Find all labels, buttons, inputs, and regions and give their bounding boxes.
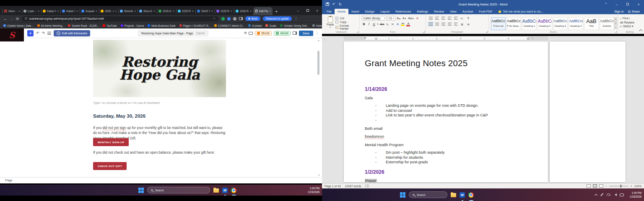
style-heading-4[interactable]: AaBbCcDdHeading 4 xyxy=(569,17,583,30)
tab-close-icon[interactable]: × xyxy=(18,10,20,13)
bookmark-item[interactable]: Charter Home | Sale... xyxy=(3,24,34,27)
maximize-button[interactable] xyxy=(303,6,312,15)
align-left-button[interactable] xyxy=(428,22,433,26)
browser-tab[interactable]: MInbox - ...× xyxy=(3,7,22,15)
edit-with-elementor-button[interactable]: ≡Edit with Elementor xyxy=(54,30,90,36)
copy-button[interactable]: Copy xyxy=(335,21,357,23)
numbering-button[interactable] xyxy=(434,16,439,21)
tab-review[interactable]: Review xyxy=(431,9,447,14)
bold-button[interactable]: B xyxy=(362,22,366,26)
browser-tab[interactable]: Kaiser Sp...× xyxy=(60,7,80,15)
undo-icon[interactable]: ↶ xyxy=(332,3,335,6)
wp-footer-breadcrumb[interactable]: Page xyxy=(0,177,322,183)
borders-button[interactable]: ⊞ xyxy=(466,22,471,26)
file-explorer-button[interactable] xyxy=(213,185,219,196)
tab-close-icon[interactable]: × xyxy=(173,10,174,13)
italic-button[interactable]: I xyxy=(367,22,371,26)
style-no-spacing[interactable]: AaBbCcDc¶ No Spac... xyxy=(506,17,521,30)
tab-close-icon[interactable]: × xyxy=(115,10,117,13)
scrollbar-thumb[interactable] xyxy=(317,51,319,75)
word-taskbar-button[interactable]: W xyxy=(222,185,228,196)
grammarly-extension-icon[interactable] xyxy=(221,17,225,21)
back-icon[interactable]: ← xyxy=(3,17,7,21)
side-panel-icon[interactable] xyxy=(239,17,243,20)
site-settings-icon[interactable] xyxy=(25,18,27,20)
relaunch-to-update-button[interactable]: Relaunch to update xyxy=(263,16,292,21)
bookmark-item[interactable]: Projects - Canva xyxy=(121,24,144,27)
bookmark-star-icon[interactable]: ☆ xyxy=(213,17,216,21)
hidden-icons-chevron[interactable] xyxy=(595,193,597,196)
close-button[interactable]: × xyxy=(633,0,644,8)
dialog-launcher-icon[interactable] xyxy=(486,31,488,33)
sign-in-link[interactable]: Sign in xyxy=(614,10,623,13)
ribbon-display-options-icon[interactable]: ⌃ xyxy=(600,0,611,8)
tab-stop-selector[interactable]: L xyxy=(323,36,327,40)
proofing-icon[interactable] xyxy=(365,185,369,187)
block-placeholder[interactable]: Type / to choose a block or // to use AI… xyxy=(93,101,160,105)
bookmark-item[interactable]: All Admin Meeting... xyxy=(37,24,65,27)
zoom-slider[interactable] xyxy=(609,186,628,186)
save-button[interactable]: Save xyxy=(299,31,313,36)
underline-button[interactable]: U xyxy=(372,22,376,26)
browser-tab[interactable]: Kaiser Pe...× xyxy=(41,7,60,15)
bookmark-item[interactable]: Scarlet Road - SCAR... xyxy=(68,24,99,27)
share-button[interactable]: Share xyxy=(628,10,640,13)
browser-tab[interactable]: Story-04...× xyxy=(138,7,157,15)
tab-close-icon[interactable]: × xyxy=(96,10,97,13)
chat-extension-icon[interactable] xyxy=(227,17,231,21)
highlight-color-button[interactable]: ab xyxy=(400,22,405,26)
settings-sidebar-toggle-icon[interactable] xyxy=(293,31,297,35)
strikethrough-button[interactable]: abc xyxy=(379,22,384,26)
document-page-1[interactable]: Grant Meeting Notes 2025 1/14/2026 Gala … xyxy=(344,41,548,182)
tab-insert[interactable]: Insert xyxy=(348,9,362,14)
chrome-taskbar-button[interactable] xyxy=(468,188,474,201)
forward-icon[interactable]: → xyxy=(10,17,13,21)
first-line-indent-marker[interactable] xyxy=(364,37,366,39)
format-painter-button[interactable]: Format Painter xyxy=(335,24,357,30)
wifi-icon[interactable] xyxy=(607,193,610,196)
taskbar-clock[interactable]: 1:09 PM1/15/2026 xyxy=(630,191,641,198)
reload-icon[interactable]: ⟳ xyxy=(16,17,19,21)
tab-close-icon[interactable]: × xyxy=(38,10,39,13)
show-formatting-marks-button[interactable]: ¶ xyxy=(466,16,471,21)
options-menu-icon[interactable]: ⋮ xyxy=(315,31,319,35)
paste-button[interactable]: Paste▼ xyxy=(325,16,335,29)
text-effects-button[interactable]: A xyxy=(395,22,400,26)
subscript-button[interactable]: x₂ xyxy=(385,22,390,26)
web-layout-icon[interactable] xyxy=(599,184,603,188)
print-layout-icon[interactable] xyxy=(593,184,597,188)
shrink-font-button[interactable]: A▼ xyxy=(402,16,407,21)
tab-close-icon[interactable]: × xyxy=(57,10,59,13)
tab-foxit-pdf[interactable]: Foxit PDF xyxy=(476,9,495,14)
browser-tab[interactable]: 2025 Re...× xyxy=(215,7,234,15)
restore-button[interactable] xyxy=(622,0,633,8)
dialog-launcher-icon[interactable] xyxy=(615,31,617,33)
read-mode-icon[interactable] xyxy=(587,184,591,188)
bookmark-item[interactable]: Gusto xyxy=(265,24,276,27)
bookmark-item[interactable]: Kleer Card xyxy=(312,24,322,27)
tab-close-icon[interactable]: × xyxy=(76,10,78,13)
document-title-pill[interactable]: Restoring Hope Gala Main Page - PageCtrl… xyxy=(138,30,208,36)
zoom-out-button[interactable]: − xyxy=(605,185,607,188)
font-color-button[interactable]: A xyxy=(406,22,410,26)
tell-me-box[interactable]: Tell me what you want to do... xyxy=(499,10,543,14)
browser-tab[interactable]: 2026-01...× xyxy=(157,7,176,15)
replace-button[interactable]: ab Replace xyxy=(620,21,639,24)
style-heading-1[interactable]: AaBbCcHeading 1 xyxy=(522,17,537,30)
tab-close-icon[interactable]: × xyxy=(192,10,194,13)
right-indent-marker[interactable] xyxy=(527,38,529,39)
select-button[interactable]: ▻ Select ▾ xyxy=(620,25,639,28)
line-spacing-button[interactable] xyxy=(453,22,458,26)
tab-home[interactable]: Home xyxy=(335,9,348,14)
taskbar-search[interactable]: Search xyxy=(409,191,447,198)
volume-muted-icon[interactable] xyxy=(613,193,617,196)
site-logo[interactable]: S xyxy=(0,28,24,41)
shading-button[interactable]: ▨ xyxy=(460,22,465,26)
minimize-button[interactable]: – xyxy=(293,6,303,15)
style-normal[interactable]: AaBbCcDc¶ Normal xyxy=(491,17,506,30)
align-right-button[interactable] xyxy=(441,22,446,26)
style-title[interactable]: AaBTitle xyxy=(584,17,599,30)
bullets-button[interactable] xyxy=(428,16,433,21)
word-taskbar-button[interactable]: W xyxy=(460,188,465,201)
taskbar-clock[interactable]: 1:09 PM1/15/2026 xyxy=(308,187,319,194)
